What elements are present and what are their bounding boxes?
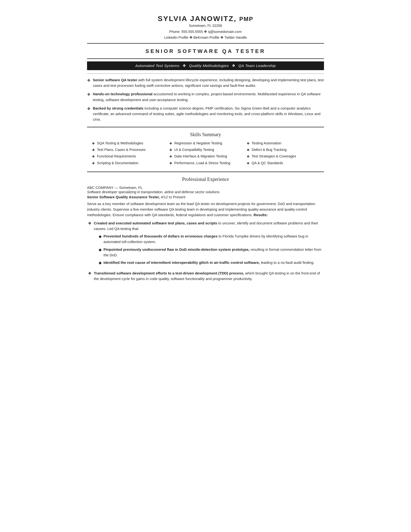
divider-skills: [87, 127, 324, 127]
diamond-icon: ❖: [204, 30, 207, 34]
skill-text: Test Strategies & Coverages: [252, 154, 296, 159]
sub-bullet-1c: ◆ Identified the root cause of intermitt…: [99, 260, 324, 266]
divider-after-banner: [87, 74, 324, 74]
banner-text3: QA Team Leadership: [238, 64, 276, 68]
skill-item: ❖ UI & Compatibility Testing: [169, 147, 242, 152]
experience-bullets: ❖ Created and executed automated softwar…: [88, 220, 324, 282]
skills-col-2: ❖ Regression & Negative Testing ❖ UI & C…: [169, 141, 242, 166]
skill-item: ❖ Data Interface & Migration Testing: [169, 154, 242, 159]
skill-diamond-icon: ❖: [92, 154, 95, 159]
skill-text: Performance, Load & Stress Testing: [174, 161, 230, 166]
bullet-diamond-icon: ❖: [87, 92, 90, 98]
skill-diamond-icon: ❖: [247, 141, 250, 146]
divider-below-title: [87, 58, 324, 59]
job-description: Serve as a key member of software develo…: [87, 201, 324, 218]
skill-item: ❖ Regression & Negative Testing: [169, 141, 242, 146]
skills-col-1: ❖ SQA Testing & Methodologies ❖ Test Pla…: [92, 141, 164, 166]
exp-bullet-diamond-icon: ❖: [88, 220, 91, 227]
sub-bullet-text-1a: Prevented hundreds of thousands of dolla…: [103, 233, 324, 245]
exp-bullet-bold-1: Created and executed automated software …: [94, 221, 217, 225]
skills-col-3: ❖ Testing Automation ❖ Defect & Bug Trac…: [247, 141, 319, 166]
divider-top: [87, 43, 324, 44]
job-title: SENIOR SOFTWARE QA TESTER: [87, 46, 324, 56]
address-line: Sometown, FL 32256: [87, 23, 324, 29]
skill-text: Defect & Bug Tracking: [252, 147, 287, 152]
summary-text-2: Hands-on technology professional accusto…: [93, 91, 324, 103]
skill-diamond-icon: ❖: [92, 148, 95, 152]
skill-diamond-icon: ❖: [92, 141, 95, 146]
name-text: SYLVIA JANOWITZ,: [158, 15, 236, 22]
skill-text: UI & Compatibility Testing: [174, 147, 214, 152]
summary-bullet-2: ❖ Hands-on technology professional accus…: [87, 91, 324, 103]
skill-item: ❖ Testing Automation: [247, 141, 319, 146]
tagline-text: Software developer specializing in trans…: [87, 190, 220, 194]
exp-bullet-bold-2: Transitioned software development effort…: [94, 271, 244, 275]
skill-text: Scripting & Documentation: [97, 161, 139, 166]
skill-text: Testing Automation: [252, 141, 281, 146]
skill-text: QA & QC Standards: [252, 161, 283, 166]
skill-diamond-icon: ❖: [169, 141, 172, 146]
banner-diamond1: ❖: [183, 64, 186, 68]
skill-item: ❖ Functional Requirements: [92, 154, 164, 159]
experience-title: Professional Experience: [87, 175, 324, 183]
divider-experience: [87, 171, 324, 172]
skill-item: ❖ Scripting & Documentation: [92, 161, 164, 166]
summary-text-1: Senior software QA tester with full syst…: [93, 77, 324, 88]
sub-bullet-1a: ◆ Prevented hundreds of thousands of dol…: [99, 233, 324, 245]
phone: Phone: 555.555.5555: [169, 30, 203, 34]
skill-diamond-icon: ❖: [169, 154, 172, 159]
exp-bullet-content-1: Created and executed automated software …: [94, 220, 324, 268]
skill-item: ❖ Performance, Load & Stress Testing: [169, 161, 242, 166]
skills-section: Skills Summary ❖ SQA Testing & Methodolo…: [87, 130, 324, 169]
header-section: SYLVIA JANOWITZ, PMP Sometown, FL 32256 …: [87, 15, 324, 41]
company-name: ABC COMPANY — Sometown, FL: [87, 185, 324, 190]
sub-bullet-text-1c: Identified the root cause of intermitten…: [103, 260, 314, 265]
summary-section: ❖ Senior software QA tester with full sy…: [87, 77, 324, 122]
banner-diamond2: ❖: [232, 64, 235, 68]
banner-text1: Automated Test Systems: [135, 64, 179, 68]
banner-text2: Quality Methodologies: [189, 64, 229, 68]
skill-item: ❖ QA & QC Standards: [247, 161, 319, 166]
skills-grid: ❖ SQA Testing & Methodologies ❖ Test Pla…: [87, 138, 324, 169]
experience-section: Professional Experience ABC COMPANY — So…: [87, 175, 324, 282]
skill-item: ❖ SQA Testing & Methodologies: [92, 141, 164, 146]
skill-text: Functional Requirements: [97, 154, 136, 159]
exp-bullet-1: ❖ Created and executed automated softwar…: [88, 220, 324, 268]
resume-page: SYLVIA JANOWITZ, PMP Sometown, FL 32256 …: [87, 15, 324, 517]
credential-text: PMP: [239, 16, 253, 22]
skill-diamond-icon: ❖: [247, 154, 250, 159]
job-role-line: Senior Software Quality Assurance Tester…: [87, 195, 324, 199]
contact-line: Phone: 555.555.5555 ❖ sj@somedomain.com: [87, 29, 324, 35]
bullet-diamond-icon: ❖: [87, 78, 90, 84]
skill-text: Test Plans, Cases & Processes: [97, 147, 146, 152]
sub-bullet-dot-icon: ◆: [99, 247, 102, 253]
skill-diamond-icon: ❖: [247, 148, 250, 152]
skill-item: ❖ Test Strategies & Coverages: [247, 154, 319, 159]
summary-bullet-1: ❖ Senior software QA tester with full sy…: [87, 77, 324, 88]
skill-item: ❖ Defect & Bug Tracking: [247, 147, 319, 152]
results-label: Results:: [254, 213, 268, 217]
skill-diamond-icon: ❖: [169, 148, 172, 152]
exp-bullet-2: ❖ Transitioned software development effo…: [88, 270, 324, 282]
sub-bullet-dot-icon: ◆: [99, 260, 102, 266]
skill-diamond-icon: ❖: [92, 161, 95, 166]
exp-bullet-diamond-icon: ❖: [88, 271, 91, 277]
sub-bullet-1b: ◆ Pinpointed previously undiscovered fla…: [99, 247, 324, 258]
social-links: LinkedIn Profile ❖ BeKnown Profile ❖ Twi…: [87, 35, 324, 41]
summary-text-3: Backed by strong credentials including a…: [93, 105, 324, 122]
skills-title: Skills Summary: [87, 130, 324, 138]
skill-text: Data Interface & Migration Testing: [174, 154, 227, 159]
company-tagline: Software developer specializing in trans…: [87, 190, 324, 194]
skill-diamond-icon: ❖: [169, 161, 172, 166]
role-bold: Senior Software Quality Assurance Tester…: [87, 195, 160, 199]
bullet-diamond-icon: ❖: [87, 106, 90, 112]
exp-bullet-content-2: Transitioned software development effort…: [94, 270, 324, 282]
role-date: 4/12 to Present: [160, 195, 186, 199]
header-info: Sometown, FL 32256 Phone: 555.555.5555 ❖…: [87, 23, 324, 41]
specialties-banner: Automated Test Systems ❖ Quality Methodo…: [87, 61, 324, 70]
sub-bullet-dot-icon: ◆: [99, 234, 102, 240]
skill-text: SQA Testing & Methodologies: [97, 141, 143, 146]
description-text: Serve as a key member of software develo…: [87, 202, 315, 217]
sub-bullets-1: ◆ Prevented hundreds of thousands of dol…: [99, 233, 324, 266]
skill-diamond-icon: ❖: [247, 161, 250, 166]
